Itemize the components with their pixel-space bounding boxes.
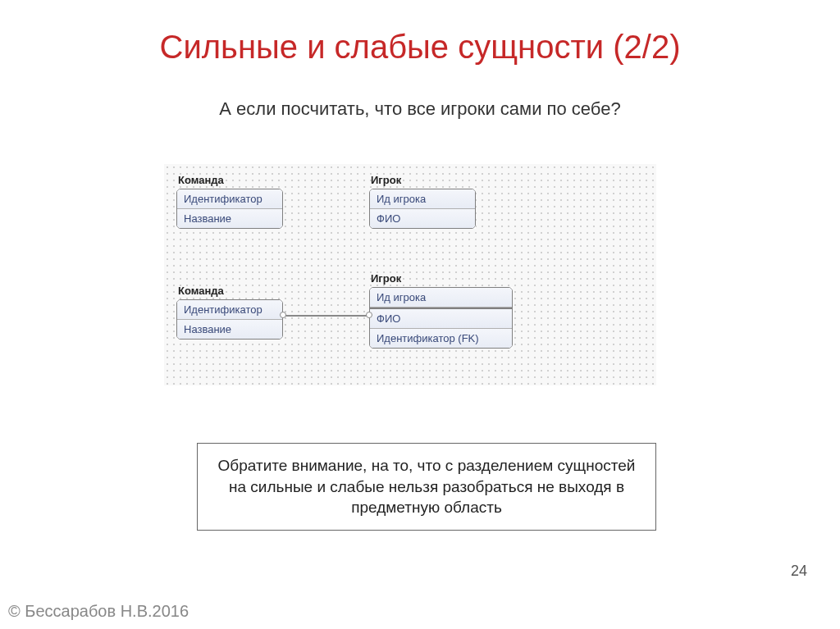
entity-attribute: Идентификатор (FK) <box>370 329 512 348</box>
entity-title: Игрок <box>371 174 401 186</box>
entity-attribute: Название <box>177 209 282 228</box>
entity-attribute: ФИО <box>370 209 475 228</box>
entity-player-2: Игрок Ид игрока ФИО Идентификатор (FK) <box>369 287 513 349</box>
entity-attribute: Ид игрока <box>370 189 475 209</box>
entity-attribute: Ид игрока <box>370 288 512 308</box>
note-box: Обратите внимание, на то, что с разделен… <box>197 443 656 531</box>
connector-endpoint <box>280 312 286 318</box>
entity-attribute: Идентификатор <box>177 189 282 209</box>
entity-attribute: ФИО <box>370 309 512 329</box>
slide-title: Сильные и слабые сущности (2/2) <box>0 0 840 66</box>
relationship-connector <box>283 315 369 317</box>
connector-endpoint <box>366 312 372 318</box>
copyright: © Бессарабов Н.В.2016 <box>8 602 189 621</box>
slide-subtitle: А если посчитать, что все игроки сами по… <box>0 98 840 120</box>
er-diagram: Команда Идентификатор Название Игрок Ид … <box>164 164 656 385</box>
entity-title: Команда <box>178 285 224 297</box>
entity-team-1: Команда Идентификатор Название <box>176 189 283 229</box>
page-number: 24 <box>791 563 807 580</box>
entity-title: Игрок <box>371 272 401 285</box>
entity-attribute: Название <box>177 320 282 339</box>
entity-title: Команда <box>178 174 224 186</box>
entity-player-1: Игрок Ид игрока ФИО <box>369 189 476 229</box>
entity-attribute: Идентификатор <box>177 300 282 320</box>
entity-team-2: Команда Идентификатор Название <box>176 299 283 340</box>
